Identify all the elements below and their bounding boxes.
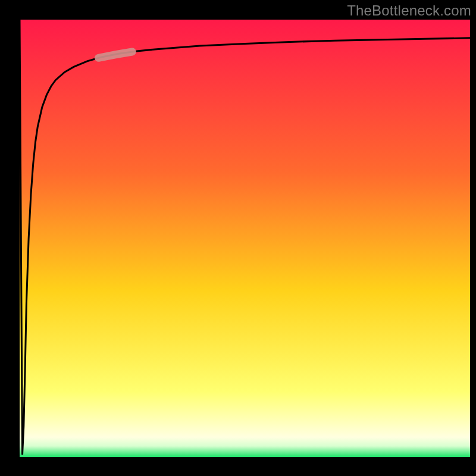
watermark-text: TheBottleneck.com <box>347 2 471 19</box>
plot-background-inner <box>20 20 470 457</box>
frame-right <box>470 0 476 476</box>
frame-bottom <box>0 457 476 476</box>
chart-svg <box>0 0 476 476</box>
frame-left <box>0 0 20 476</box>
chart-container: TheBottleneck.com <box>0 0 476 476</box>
